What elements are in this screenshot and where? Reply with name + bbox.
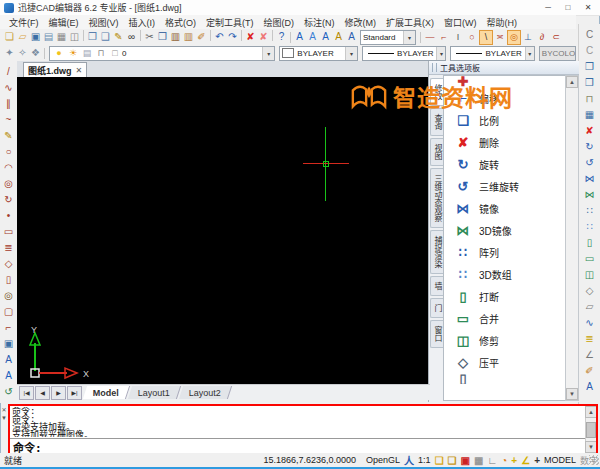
edit-join[interactable]: ▭: [582, 250, 597, 266]
save-file[interactable]: ▣: [29, 30, 42, 44]
edit-chamfer[interactable]: ∠: [582, 346, 597, 362]
edit-hatch[interactable]: ≣: [582, 330, 597, 346]
render-view[interactable]: ❖: [29, 46, 42, 60]
palette-tab-snap-render[interactable]: 捕捉渲染: [430, 230, 443, 274]
edit-mirror-3d[interactable]: ⋈: [582, 186, 597, 202]
menu-modify[interactable]: 修改(M): [340, 16, 382, 29]
snap-intersection[interactable]: I: [451, 30, 465, 45]
palette-tab-modify[interactable]: 修改: [430, 78, 443, 106]
menu-window[interactable]: 窗口(W): [439, 16, 482, 29]
layout-nav-next[interactable]: ▶: [51, 386, 66, 400]
open-file[interactable]: ▱: [16, 30, 29, 44]
snap-tangent[interactable]: ⊥: [521, 30, 535, 45]
snap-endpoint[interactable]: —: [423, 30, 437, 45]
scroll-down-icon[interactable]: ▼: [566, 388, 578, 400]
draw-multiline[interactable]: ∥: [1, 95, 16, 111]
help[interactable]: ?: [275, 30, 288, 44]
edit-array[interactable]: ∷: [582, 202, 597, 218]
draw-region[interactable]: ▢: [1, 303, 16, 319]
text-style-combo[interactable]: Standard ▾: [360, 30, 416, 45]
draw-spline[interactable]: ~: [1, 111, 16, 127]
multiline-text[interactable]: A: [319, 30, 332, 44]
layer-plot[interactable]: ▤: [80, 46, 94, 61]
tool-clipped-bottom[interactable]: ▯: [444, 373, 566, 384]
edit-array-3d[interactable]: ∷: [582, 218, 597, 234]
named-views[interactable]: ✦: [3, 46, 16, 60]
ortho-icon[interactable]: ∟: [485, 454, 499, 467]
tool-rotate-3d[interactable]: ↺三维旋转: [444, 175, 566, 197]
find[interactable]: ∞: [125, 30, 138, 44]
chevron-down-icon[interactable]: ▾: [436, 47, 445, 60]
edit-break[interactable]: ▯: [582, 234, 597, 250]
text-color[interactable]: A: [345, 30, 358, 44]
layer-color-swatch[interactable]: □: [108, 46, 122, 61]
menu-draw[interactable]: 绘图(D): [259, 16, 300, 29]
osnap-icon[interactable]: +: [509, 454, 519, 467]
draw-donut[interactable]: ◎: [1, 287, 16, 303]
edit-rotate[interactable]: ↻: [582, 138, 597, 154]
chevron-down-icon[interactable]: ▾: [262, 47, 274, 60]
palette-tab-wall[interactable]: 墙: [430, 276, 443, 296]
tool-mirror-3d[interactable]: ⋈3D镜像: [444, 219, 566, 241]
draw-pipe[interactable]: ⌐: [1, 319, 16, 335]
erase[interactable]: ✘: [244, 30, 257, 44]
scale-indicator[interactable]: 1:1: [416, 454, 433, 467]
menu-edit[interactable]: 编辑(E): [44, 16, 84, 29]
palette-tab-3d-orbit[interactable]: 三维动态观察: [430, 168, 443, 228]
tracking-icon[interactable]: 人: [402, 454, 416, 467]
tool-erase[interactable]: ✘删除: [444, 131, 566, 153]
edit-arc[interactable]: C: [582, 26, 597, 42]
lineweight-combo[interactable]: BYLAYER ▾: [450, 46, 534, 61]
copy[interactable]: ❐: [156, 30, 169, 44]
print[interactable]: ▦: [55, 30, 68, 44]
tool-trim[interactable]: ◫修剪: [444, 329, 566, 351]
palette-tab-door[interactable]: 门: [430, 298, 443, 318]
draw-revision-cloud[interactable]: ↻: [1, 191, 16, 207]
layer-on[interactable]: ●: [52, 46, 66, 61]
drag-grip-icon[interactable]: [432, 63, 437, 72]
snap-midpoint[interactable]: ⌐: [437, 30, 451, 45]
match-properties[interactable]: ✐: [195, 30, 208, 44]
close-command-icon[interactable]: ✕: [1, 406, 6, 413]
layout-nav-prev[interactable]: ◀: [35, 386, 50, 400]
layout-nav-first[interactable]: |◀: [19, 386, 34, 400]
scroll-up-icon[interactable]: ▲: [585, 406, 597, 418]
draw-redraw[interactable]: ↺: [1, 383, 16, 399]
edit-rotate-3d[interactable]: ↺: [582, 154, 597, 170]
edit-mirror[interactable]: ⋈: [582, 170, 597, 186]
resize-grip[interactable]: [589, 455, 599, 465]
save-as[interactable]: ▤: [42, 30, 55, 44]
tool-join[interactable]: ▭合并: [444, 307, 566, 329]
layer-freeze[interactable]: ☀: [66, 46, 80, 61]
layout-icon[interactable]: ❏: [433, 454, 446, 467]
tool-scale[interactable]: ❑比例: [444, 109, 566, 131]
cut[interactable]: ✂: [143, 30, 156, 44]
menu-dimension[interactable]: 标注(N): [299, 16, 340, 29]
tool-offset[interactable]: ⌐偏移: [444, 87, 566, 109]
draw-line[interactable]: /: [1, 63, 16, 79]
page-setup[interactable]: ❐: [86, 30, 99, 44]
snap-node[interactable]: ◎: [507, 30, 521, 45]
color-combo[interactable]: BYLAYER ▾: [279, 46, 358, 61]
snap-quadrant[interactable]: ∂: [535, 30, 549, 45]
minimize-button[interactable]: ─: [538, 0, 558, 14]
draw-mtext[interactable]: A: [1, 367, 16, 383]
chevron-down-icon[interactable]: ▾: [345, 47, 357, 60]
tool-break[interactable]: ▯打断: [444, 285, 566, 307]
draw-rectangle-2[interactable]: ▯: [1, 271, 16, 287]
tool-array[interactable]: ∷阵列: [444, 241, 566, 263]
layout-nav-last[interactable]: ▶|: [67, 386, 82, 400]
tab-model[interactable]: Model: [83, 386, 130, 399]
edit-copy[interactable]: ❐: [582, 58, 597, 74]
maximize-button[interactable]: □: [558, 0, 578, 14]
tab-layout1[interactable]: Layout1: [128, 386, 181, 399]
tool-palette-header[interactable]: 工具选项板: [429, 61, 579, 75]
command-scrollbar[interactable]: ▲ ▼: [585, 406, 596, 453]
menu-help[interactable]: 帮助(H): [482, 16, 523, 29]
paste-special[interactable]: ▥: [182, 30, 195, 44]
snap-perpendicular[interactable]: ≍: [493, 30, 507, 45]
edit-arc-2[interactable]: C: [582, 42, 597, 58]
draw-text[interactable]: A: [1, 351, 16, 367]
edit-text[interactable]: A: [582, 378, 597, 394]
draw-rectangle[interactable]: ▭: [1, 223, 16, 239]
